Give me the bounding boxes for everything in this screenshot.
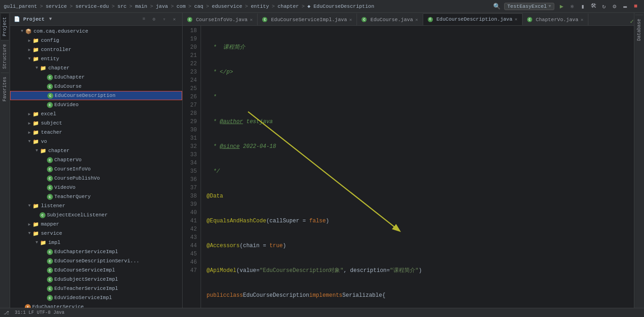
tree-node-EduCourse[interactable]: C EduCourse [10,82,182,91]
tree-node-service[interactable]: ▼ 📁 service [10,229,182,238]
folder-icon: 📁 [32,37,40,44]
tree-node-EduTeacherServiceImpl[interactable]: C EduTeacherServiceImpl [10,284,182,293]
expand-arrow: ▼ [27,139,32,144]
tree-node-config[interactable]: ▶ 📁 config [10,36,182,45]
tab-close-icon[interactable]: ✕ [250,17,253,23]
java-class-icon: C [47,185,53,191]
code-editor[interactable]: 18 19 20 21 22 23 24 25 26 27 28 29 30 3… [183,26,634,308]
tree-item-label: vo [41,139,182,144]
folder-icon: 📁 [32,138,40,145]
tree-node-EduCourseServiceImpl[interactable]: C EduCourseServiceImpl [10,266,182,275]
tree-item-label: chapter [48,65,182,71]
folder-icon: 📁 [32,230,40,237]
stop-icon[interactable]: ■ [631,2,640,11]
code-line-20: * [207,93,628,101]
run-config[interactable]: TestEasyExcel ▼ [504,3,554,10]
tree-item-label: VideoVo [54,185,182,190]
tree-node-SubjectExcelListener[interactable]: C SubjectExcelListener [10,210,182,220]
tree-node-chapter[interactable]: ▼ 📁 chapter [10,63,182,73]
tree-node-subject[interactable]: ▶ 📁 subject [10,119,182,128]
folder-icon: 📁 [32,55,40,62]
expand-arrow: ▼ [34,148,40,153]
java-class-icon: C [47,295,53,301]
java-class-icon: C [40,212,46,218]
tree-node-CoursePublishVo[interactable]: C CoursePublishVo [10,174,182,183]
vtab-structure[interactable]: Structure [1,40,9,73]
breadcrumb-part[interactable]: eduservice [212,4,242,9]
breadcrumb-part[interactable]: ◆ EduCourseDescription [307,3,374,9]
tree-node-vo[interactable]: ▼ 📁 vo [10,137,182,146]
tab-close-icon[interactable]: ✕ [581,17,583,23]
search-everywhere-icon[interactable]: 🔍 [492,2,501,11]
tree-node-VideoVo[interactable]: C VideoVo [10,183,182,192]
expand-arrow: ▼ [27,231,32,236]
code-line-23: */ [207,167,628,175]
tab-close-icon[interactable]: ✕ [515,17,518,22]
layout-icon[interactable]: ▬ [621,2,630,11]
filter-icon[interactable]: ▿ [160,15,168,23]
tree-node-com-caq-eduservice[interactable]: ▼ 📦 com.caq.eduservice [10,27,182,36]
tab-ChapterVo[interactable]: C ChapterVo.java ✕ [523,13,588,25]
main-area: Project Structure Favorites 📄 Project ▼ … [0,13,644,308]
tree-node-mapper[interactable]: ▶ 📁 mapper [10,220,182,229]
vtab-project[interactable]: Project [1,13,9,40]
settings-icon[interactable]: ⚙ [610,2,619,11]
breadcrumb-part[interactable]: service-edu [75,4,109,9]
dropdown-icon[interactable]: ▼ [49,17,52,22]
tree-node-EduCourseDescription[interactable]: C EduCourseDescription [10,91,182,100]
tree-node-EduChapterServiceImpl[interactable]: C EduChapterServiceImpl [10,247,182,256]
coverage-icon[interactable]: ▮ [578,2,587,11]
tree-node-EduVideoServiceImpl[interactable]: C EduVideoServiceImpl [10,293,182,302]
build-icon[interactable]: 🛠 [589,2,598,11]
java-class-icon: C [47,93,53,99]
settings-gear-icon[interactable]: ⚙ [150,15,158,23]
tree-node-EduChapter[interactable]: C EduChapter [10,73,182,82]
tab-close-icon[interactable]: ✕ [415,17,418,23]
breadcrumb-part[interactable]: chapter [277,4,299,9]
tree-node-EduChapterService[interactable]: I EduChapterService [10,302,182,308]
java-class-icon: C [47,84,53,90]
tree-node-teacher[interactable]: ▶ 📁 teacher [10,128,182,137]
checkmark-icon: ✓ [630,17,634,25]
tree-node-excel[interactable]: ▶ 📁 excel [10,109,182,119]
tree-node-CourseInfoVo[interactable]: C CourseInfoVo [10,164,182,174]
tree-node-entity[interactable]: ▼ 📁 entity [10,54,182,63]
project-panel-title: 📄 Project [14,16,45,22]
tree-node-controller[interactable]: ▶ 📁 controller [10,45,182,54]
tab-EduCourse[interactable]: C EduCourse.java ✕ [357,13,423,25]
tree-node-EduSubjectServiceImpl[interactable]: C EduSubjectServiceImpl [10,275,182,284]
java-class-icon: C [47,157,53,163]
breadcrumb-part[interactable]: caq [194,4,203,9]
folder-icon: 📁 [32,129,40,136]
tree-node-vo-chapter[interactable]: ▼ 📁 chapter [10,146,182,155]
sync-icon[interactable]: ↻ [599,2,609,11]
tree-node-TeacherQuery[interactable]: C TeacherQuery [10,192,182,201]
code-content: * 课程简介 * </p> * * @author testjava * @si… [201,26,634,308]
sep: > [189,4,192,9]
tab-EduCourseDescription[interactable]: C EduCourseDescription.java ✕ [423,13,523,25]
close-panel-icon[interactable]: ✕ [170,15,178,23]
expand-arrow: ▶ [27,112,32,117]
breadcrumb-part[interactable]: guli_parent [4,4,37,9]
tree-node-EduCourseDescriptionServi[interactable]: C EduCourseDescriptionServi... [10,256,182,266]
tab-close-icon[interactable]: ✕ [349,17,352,23]
collapse-all-icon[interactable]: ≡ [140,15,148,23]
breadcrumb-part[interactable]: entity [251,4,269,9]
tree-node-ChapterVo[interactable]: C ChapterVo [10,155,182,164]
breadcrumb-part[interactable]: src [117,4,126,9]
run-icon[interactable]: ▶ [557,2,566,11]
tree-node-listener[interactable]: ▼ 📁 listener [10,201,182,210]
vtab-database[interactable]: Database [635,15,643,45]
breadcrumb-part[interactable]: com [177,4,186,9]
vtab-favorites[interactable]: Favorites [1,73,9,105]
tab-CourseInfoVo[interactable]: C CourseInfoVo.java ✕ [183,13,258,25]
tree-node-impl[interactable]: ▼ 📁 impl [10,238,182,247]
tab-EduCourseServiceImpl[interactable]: C EduCourseServiceImpl.java ✕ [258,13,357,25]
code-line-21: * @author testjava [207,118,628,126]
breadcrumb-part[interactable]: service [46,4,67,9]
tree-node-EduVideo[interactable]: C EduVideo [10,100,182,109]
debug-icon[interactable]: ⚛ [568,2,577,11]
tab-label: ChapterVo.java [536,17,578,23]
breadcrumb-part[interactable]: main [135,4,147,9]
breadcrumb-part[interactable]: java [156,4,168,9]
